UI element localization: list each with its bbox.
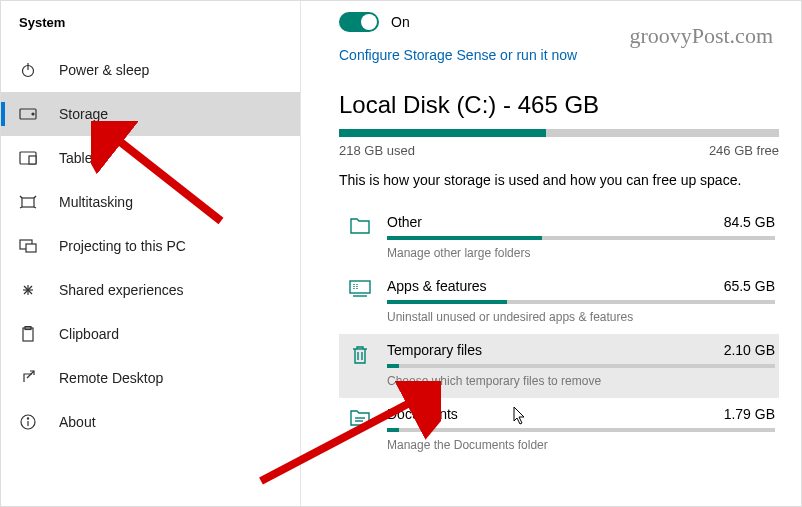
category-size: 2.10 GB <box>724 342 775 358</box>
sidebar-item-label: Multitasking <box>59 194 133 210</box>
svg-line-8 <box>34 196 36 198</box>
shared-icon <box>19 281 37 299</box>
trash-icon <box>343 342 377 388</box>
storage-icon <box>19 105 37 123</box>
remote-desktop-icon <box>19 369 37 387</box>
sidebar-item-multitasking[interactable]: Multitasking <box>1 180 300 224</box>
category-documents[interactable]: Documents1.79 GB Manage the Documents fo… <box>339 398 779 462</box>
documents-icon <box>343 406 377 452</box>
category-name: Apps & features <box>387 278 487 294</box>
about-icon <box>19 413 37 431</box>
disk-used-label: 218 GB used <box>339 143 415 158</box>
sidebar-item-tablet[interactable]: Tablet <box>1 136 300 180</box>
svg-line-9 <box>20 207 22 208</box>
category-sub: Manage the Documents folder <box>387 438 775 452</box>
svg-point-3 <box>32 113 34 115</box>
category-name: Other <box>387 214 422 230</box>
watermark: groovyPost.com <box>629 23 773 49</box>
toggle-label: On <box>391 14 410 30</box>
sidebar-item-label: Remote Desktop <box>59 370 163 386</box>
multitasking-icon <box>19 193 37 211</box>
sidebar-item-label: Tablet <box>59 150 96 166</box>
category-size: 65.5 GB <box>724 278 775 294</box>
sidebar-item-label: Shared experiences <box>59 282 184 298</box>
sidebar-title: System <box>1 15 300 48</box>
sidebar-item-label: Power & sleep <box>59 62 149 78</box>
sidebar-item-power-sleep[interactable]: Power & sleep <box>1 48 300 92</box>
apps-icon <box>343 278 377 324</box>
svg-rect-5 <box>29 156 36 164</box>
category-sub: Uninstall unused or undesired apps & fea… <box>387 310 775 324</box>
sidebar-item-clipboard[interactable]: Clipboard <box>1 312 300 356</box>
category-other[interactable]: Other84.5 GB Manage other large folders <box>339 206 779 270</box>
category-sub: Choose which temporary files to remove <box>387 374 775 388</box>
svg-point-21 <box>27 418 28 419</box>
sidebar-item-label: Projecting to this PC <box>59 238 186 254</box>
disk-free-label: 246 GB free <box>709 143 779 158</box>
svg-rect-12 <box>26 244 36 252</box>
storage-description: This is how your storage is used and how… <box>339 172 779 188</box>
tablet-icon <box>19 149 37 167</box>
svg-line-7 <box>20 196 22 198</box>
sidebar-item-label: Clipboard <box>59 326 119 342</box>
category-name: Documents <box>387 406 458 422</box>
storage-sense-toggle[interactable] <box>339 12 379 32</box>
sidebar-item-label: About <box>59 414 96 430</box>
disk-usage-captions: 218 GB used 246 GB free <box>339 143 779 158</box>
sidebar-item-shared-experiences[interactable]: Shared experiences <box>1 268 300 312</box>
main-panel: On Configure Storage Sense or run it now… <box>301 1 801 507</box>
sidebar-item-remote-desktop[interactable]: Remote Desktop <box>1 356 300 400</box>
sidebar-item-about[interactable]: About <box>1 400 300 444</box>
svg-rect-22 <box>350 281 370 293</box>
projecting-icon <box>19 237 37 255</box>
configure-storage-sense-link[interactable]: Configure Storage Sense or run it now <box>339 47 779 63</box>
disk-usage-bar <box>339 129 779 137</box>
sidebar-item-projecting[interactable]: Projecting to this PC <box>1 224 300 268</box>
category-apps-features[interactable]: Apps & features65.5 GB Uninstall unused … <box>339 270 779 334</box>
category-temporary-files[interactable]: Temporary files2.10 GB Choose which temp… <box>339 334 779 398</box>
category-name: Temporary files <box>387 342 482 358</box>
category-size: 1.79 GB <box>724 406 775 422</box>
sidebar-item-storage[interactable]: Storage <box>1 92 300 136</box>
category-size: 84.5 GB <box>724 214 775 230</box>
folder-icon <box>343 214 377 260</box>
sidebar-item-label: Storage <box>59 106 108 122</box>
svg-line-10 <box>34 207 36 208</box>
category-sub: Manage other large folders <box>387 246 775 260</box>
svg-rect-6 <box>22 198 34 207</box>
disk-title: Local Disk (C:) - 465 GB <box>339 91 779 119</box>
sidebar: System Power & sleep Storage Tablet Mult… <box>1 1 301 507</box>
clipboard-icon <box>19 325 37 343</box>
power-icon <box>19 61 37 79</box>
